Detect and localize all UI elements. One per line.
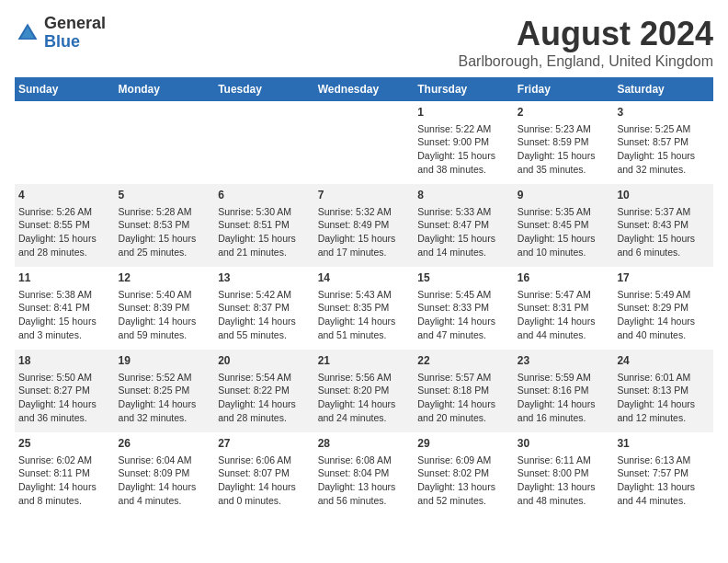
- day-number: 2: [518, 105, 610, 121]
- day-number: 18: [18, 353, 111, 369]
- day-number: 27: [218, 436, 311, 452]
- calendar-cell: [214, 101, 314, 184]
- day-number: 19: [119, 353, 211, 369]
- day-number: 7: [318, 188, 411, 203]
- day-number: 9: [518, 188, 610, 203]
- calendar-week-row: 18Sunrise: 5:50 AM Sunset: 8:27 PM Dayli…: [15, 350, 713, 432]
- calendar-cell: 28Sunrise: 6:08 AM Sunset: 8:04 PM Dayli…: [314, 432, 415, 515]
- calendar-cell: 5Sunrise: 5:28 AM Sunset: 8:53 PM Daylig…: [115, 184, 215, 267]
- calendar-cell: 11Sunrise: 5:38 AM Sunset: 8:41 PM Dayli…: [15, 267, 115, 350]
- cell-content: Sunrise: 5:22 AM Sunset: 9:00 PM Dayligh…: [417, 122, 510, 177]
- calendar-cell: 8Sunrise: 5:33 AM Sunset: 8:47 PM Daylig…: [414, 184, 514, 267]
- day-number: 4: [18, 188, 111, 203]
- logo: General Blue: [15, 15, 106, 52]
- cell-content: Sunrise: 5:56 AM Sunset: 8:20 PM Dayligh…: [318, 371, 411, 425]
- calendar-cell: 31Sunrise: 6:13 AM Sunset: 7:57 PM Dayli…: [613, 432, 713, 515]
- day-number: 22: [417, 353, 510, 369]
- cell-content: Sunrise: 6:04 AM Sunset: 8:09 PM Dayligh…: [119, 454, 211, 508]
- header-saturday: Saturday: [613, 77, 713, 101]
- cell-content: Sunrise: 5:49 AM Sunset: 8:29 PM Dayligh…: [617, 288, 710, 342]
- cell-content: Sunrise: 5:52 AM Sunset: 8:25 PM Dayligh…: [119, 371, 211, 425]
- cell-content: Sunrise: 5:23 AM Sunset: 8:59 PM Dayligh…: [518, 122, 610, 177]
- calendar-cell: [115, 101, 215, 184]
- cell-content: Sunrise: 5:32 AM Sunset: 8:49 PM Dayligh…: [318, 205, 411, 259]
- day-number: 24: [617, 353, 710, 369]
- day-number: 23: [518, 353, 610, 369]
- day-number: 28: [318, 436, 411, 452]
- cell-content: Sunrise: 5:47 AM Sunset: 8:31 PM Dayligh…: [518, 288, 610, 342]
- header-thursday: Thursday: [414, 77, 514, 101]
- calendar-cell: 10Sunrise: 5:37 AM Sunset: 8:43 PM Dayli…: [613, 184, 713, 267]
- day-number: 16: [518, 270, 610, 286]
- calendar-cell: 26Sunrise: 6:04 AM Sunset: 8:09 PM Dayli…: [115, 432, 215, 515]
- calendar-cell: 18Sunrise: 5:50 AM Sunset: 8:27 PM Dayli…: [15, 350, 115, 432]
- cell-content: Sunrise: 6:01 AM Sunset: 8:13 PM Dayligh…: [617, 371, 710, 425]
- calendar-cell: 13Sunrise: 5:42 AM Sunset: 8:37 PM Dayli…: [214, 267, 314, 350]
- day-number: 11: [18, 270, 111, 286]
- calendar-cell: 19Sunrise: 5:52 AM Sunset: 8:25 PM Dayli…: [115, 350, 215, 432]
- calendar-cell: 17Sunrise: 5:49 AM Sunset: 8:29 PM Dayli…: [613, 267, 713, 350]
- day-number: 15: [417, 270, 510, 286]
- day-number: 3: [617, 105, 710, 121]
- cell-content: Sunrise: 6:13 AM Sunset: 7:57 PM Dayligh…: [617, 454, 710, 508]
- calendar-cell: 30Sunrise: 6:11 AM Sunset: 8:00 PM Dayli…: [514, 432, 614, 515]
- day-number: 5: [119, 188, 211, 203]
- subtitle: Barlborough, England, United Kingdom: [458, 53, 713, 70]
- calendar-cell: 2Sunrise: 5:23 AM Sunset: 8:59 PM Daylig…: [514, 101, 614, 184]
- calendar-cell: 23Sunrise: 5:59 AM Sunset: 8:16 PM Dayli…: [514, 350, 614, 432]
- calendar-week-row: 4Sunrise: 5:26 AM Sunset: 8:55 PM Daylig…: [15, 184, 713, 267]
- cell-content: Sunrise: 6:08 AM Sunset: 8:04 PM Dayligh…: [318, 454, 411, 508]
- day-number: 6: [218, 188, 311, 203]
- day-number: 29: [417, 436, 510, 452]
- calendar-cell: 12Sunrise: 5:40 AM Sunset: 8:39 PM Dayli…: [115, 267, 215, 350]
- calendar-cell: 3Sunrise: 5:25 AM Sunset: 8:57 PM Daylig…: [613, 101, 713, 184]
- cell-content: Sunrise: 5:40 AM Sunset: 8:39 PM Dayligh…: [119, 288, 211, 342]
- calendar-cell: [314, 101, 415, 184]
- cell-content: Sunrise: 6:09 AM Sunset: 8:02 PM Dayligh…: [417, 454, 510, 508]
- cell-content: Sunrise: 5:59 AM Sunset: 8:16 PM Dayligh…: [518, 371, 610, 425]
- calendar-cell: 27Sunrise: 6:06 AM Sunset: 8:07 PM Dayli…: [214, 432, 314, 515]
- cell-content: Sunrise: 6:02 AM Sunset: 8:11 PM Dayligh…: [18, 454, 111, 508]
- cell-content: Sunrise: 5:54 AM Sunset: 8:22 PM Dayligh…: [218, 371, 311, 425]
- calendar-week-row: 25Sunrise: 6:02 AM Sunset: 8:11 PM Dayli…: [15, 432, 713, 515]
- day-number: 1: [417, 105, 510, 121]
- cell-content: Sunrise: 5:43 AM Sunset: 8:35 PM Dayligh…: [318, 288, 411, 342]
- cell-content: Sunrise: 5:57 AM Sunset: 8:18 PM Dayligh…: [417, 371, 510, 425]
- calendar-cell: 6Sunrise: 5:30 AM Sunset: 8:51 PM Daylig…: [214, 184, 314, 267]
- header-friday: Friday: [514, 77, 614, 101]
- calendar-cell: 9Sunrise: 5:35 AM Sunset: 8:45 PM Daylig…: [514, 184, 614, 267]
- calendar-week-row: 1Sunrise: 5:22 AM Sunset: 9:00 PM Daylig…: [15, 101, 713, 184]
- day-number: 20: [218, 353, 311, 369]
- calendar-table: SundayMondayTuesdayWednesdayThursdayFrid…: [15, 77, 713, 515]
- cell-content: Sunrise: 5:45 AM Sunset: 8:33 PM Dayligh…: [417, 288, 510, 342]
- cell-content: Sunrise: 5:28 AM Sunset: 8:53 PM Dayligh…: [119, 205, 211, 259]
- calendar-cell: 24Sunrise: 6:01 AM Sunset: 8:13 PM Dayli…: [613, 350, 713, 432]
- calendar-cell: 14Sunrise: 5:43 AM Sunset: 8:35 PM Dayli…: [314, 267, 415, 350]
- day-number: 21: [318, 353, 411, 369]
- cell-content: Sunrise: 5:35 AM Sunset: 8:45 PM Dayligh…: [518, 205, 610, 259]
- calendar-cell: 29Sunrise: 6:09 AM Sunset: 8:02 PM Dayli…: [414, 432, 514, 515]
- calendar-cell: 16Sunrise: 5:47 AM Sunset: 8:31 PM Dayli…: [514, 267, 614, 350]
- calendar-cell: 1Sunrise: 5:22 AM Sunset: 9:00 PM Daylig…: [414, 101, 514, 184]
- header-monday: Monday: [115, 77, 215, 101]
- day-number: 31: [617, 436, 710, 452]
- header-sunday: Sunday: [15, 77, 115, 101]
- header-tuesday: Tuesday: [214, 77, 314, 101]
- cell-content: Sunrise: 5:30 AM Sunset: 8:51 PM Dayligh…: [218, 205, 311, 259]
- calendar-cell: [15, 101, 115, 184]
- day-number: 30: [518, 436, 610, 452]
- main-title: August 2024: [458, 15, 713, 53]
- calendar-cell: 15Sunrise: 5:45 AM Sunset: 8:33 PM Dayli…: [414, 267, 514, 350]
- day-number: 26: [119, 436, 211, 452]
- cell-content: Sunrise: 5:42 AM Sunset: 8:37 PM Dayligh…: [218, 288, 311, 342]
- cell-content: Sunrise: 6:06 AM Sunset: 8:07 PM Dayligh…: [218, 454, 311, 508]
- day-number: 12: [119, 270, 211, 286]
- cell-content: Sunrise: 5:26 AM Sunset: 8:55 PM Dayligh…: [18, 205, 111, 259]
- calendar-cell: 7Sunrise: 5:32 AM Sunset: 8:49 PM Daylig…: [314, 184, 415, 267]
- day-number: 13: [218, 270, 311, 286]
- logo-general: General: [44, 14, 106, 32]
- day-number: 10: [617, 188, 710, 203]
- cell-content: Sunrise: 6:11 AM Sunset: 8:00 PM Dayligh…: [518, 454, 610, 508]
- logo-blue: Blue: [44, 32, 80, 51]
- cell-content: Sunrise: 5:38 AM Sunset: 8:41 PM Dayligh…: [18, 288, 111, 342]
